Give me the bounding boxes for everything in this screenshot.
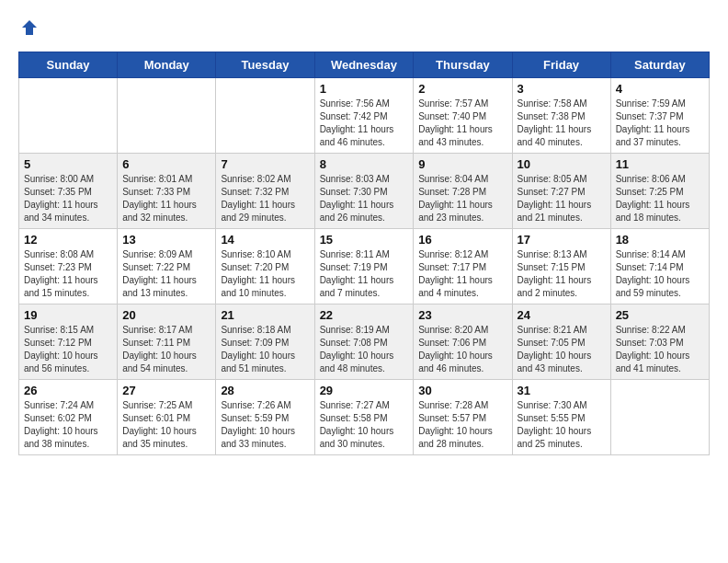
calendar-cell xyxy=(19,78,118,154)
day-info: Sunrise: 8:18 AMSunset: 7:09 PMDaylight:… xyxy=(221,324,309,375)
day-number: 21 xyxy=(221,308,309,322)
calendar-week-row: 26Sunrise: 7:24 AMSunset: 6:02 PMDayligh… xyxy=(19,380,710,455)
calendar-cell xyxy=(216,78,314,154)
day-info: Sunrise: 8:20 AMSunset: 7:06 PMDaylight:… xyxy=(418,324,506,375)
day-info: Sunrise: 8:11 AMSunset: 7:19 PMDaylight:… xyxy=(320,248,409,300)
day-number: 16 xyxy=(418,233,506,247)
day-number: 4 xyxy=(616,82,704,96)
day-info: Sunrise: 8:19 AMSunset: 7:08 PMDaylight:… xyxy=(320,324,409,375)
day-info: Sunrise: 8:22 AMSunset: 7:03 PMDaylight:… xyxy=(616,324,704,375)
day-info: Sunrise: 7:25 AMSunset: 6:01 PMDaylight:… xyxy=(122,399,210,451)
svg-marker-0 xyxy=(22,20,37,35)
day-number: 8 xyxy=(320,157,409,171)
day-info: Sunrise: 7:24 AMSunset: 6:02 PMDaylight:… xyxy=(24,399,112,451)
logo-icon xyxy=(20,18,39,37)
calendar-cell: 14Sunrise: 8:10 AMSunset: 7:20 PMDayligh… xyxy=(216,229,314,304)
calendar-cell: 19Sunrise: 8:15 AMSunset: 7:12 PMDayligh… xyxy=(19,304,118,380)
day-info: Sunrise: 8:15 AMSunset: 7:12 PMDaylight:… xyxy=(24,324,112,375)
day-number: 31 xyxy=(518,384,606,397)
weekday-header-row: SundayMondayTuesdayWednesdayThursdayFrid… xyxy=(19,52,710,78)
day-number: 15 xyxy=(320,233,409,247)
day-info: Sunrise: 8:00 AMSunset: 7:35 PMDaylight:… xyxy=(24,173,112,224)
weekday-header-sunday: Sunday xyxy=(19,52,118,78)
weekday-header-tuesday: Tuesday xyxy=(216,52,314,78)
day-number: 13 xyxy=(122,233,210,247)
day-info: Sunrise: 7:26 AMSunset: 5:59 PMDaylight:… xyxy=(221,399,309,451)
day-info: Sunrise: 8:13 AMSunset: 7:15 PMDaylight:… xyxy=(518,248,606,300)
day-info: Sunrise: 8:05 AMSunset: 7:27 PMDaylight:… xyxy=(518,173,606,224)
calendar-week-row: 19Sunrise: 8:15 AMSunset: 7:12 PMDayligh… xyxy=(19,304,710,380)
day-info: Sunrise: 8:17 AMSunset: 7:11 PMDaylight:… xyxy=(122,324,210,375)
calendar-cell: 6Sunrise: 8:01 AMSunset: 7:33 PMDaylight… xyxy=(118,154,216,229)
day-number: 17 xyxy=(518,233,606,247)
calendar-cell: 26Sunrise: 7:24 AMSunset: 6:02 PMDayligh… xyxy=(19,380,118,455)
day-number: 24 xyxy=(518,308,606,322)
calendar-week-row: 1Sunrise: 7:56 AMSunset: 7:42 PMDaylight… xyxy=(19,78,710,154)
day-number: 22 xyxy=(320,308,409,322)
calendar-cell: 24Sunrise: 8:21 AMSunset: 7:05 PMDayligh… xyxy=(512,304,610,380)
day-info: Sunrise: 7:57 AMSunset: 7:40 PMDaylight:… xyxy=(418,98,506,149)
day-info: Sunrise: 7:30 AMSunset: 5:55 PMDaylight:… xyxy=(518,399,606,451)
day-number: 6 xyxy=(122,157,210,171)
calendar-cell: 16Sunrise: 8:12 AMSunset: 7:17 PMDayligh… xyxy=(414,229,512,304)
calendar-cell: 7Sunrise: 8:02 AMSunset: 7:32 PMDaylight… xyxy=(216,154,314,229)
calendar-cell: 9Sunrise: 8:04 AMSunset: 7:28 PMDaylight… xyxy=(414,154,512,229)
calendar-cell: 5Sunrise: 8:00 AMSunset: 7:35 PMDaylight… xyxy=(19,154,118,229)
day-number: 5 xyxy=(24,157,112,171)
day-info: Sunrise: 7:56 AMSunset: 7:42 PMDaylight:… xyxy=(320,98,409,149)
calendar-cell: 25Sunrise: 8:22 AMSunset: 7:03 PMDayligh… xyxy=(610,304,709,380)
calendar-cell: 29Sunrise: 7:27 AMSunset: 5:58 PMDayligh… xyxy=(314,380,414,455)
day-number: 26 xyxy=(24,384,112,397)
calendar-cell xyxy=(610,380,709,455)
calendar-cell: 4Sunrise: 7:59 AMSunset: 7:37 PMDaylight… xyxy=(610,78,709,154)
day-info: Sunrise: 7:59 AMSunset: 7:37 PMDaylight:… xyxy=(616,98,704,149)
day-info: Sunrise: 8:10 AMSunset: 7:20 PMDaylight:… xyxy=(221,248,309,300)
day-info: Sunrise: 8:09 AMSunset: 7:22 PMDaylight:… xyxy=(122,248,210,300)
calendar-cell: 8Sunrise: 8:03 AMSunset: 7:30 PMDaylight… xyxy=(314,154,414,229)
day-number: 2 xyxy=(418,82,506,96)
calendar-cell: 11Sunrise: 8:06 AMSunset: 7:25 PMDayligh… xyxy=(610,154,709,229)
day-number: 7 xyxy=(221,157,309,171)
day-number: 11 xyxy=(616,157,704,171)
day-number: 3 xyxy=(518,82,606,96)
weekday-header-thursday: Thursday xyxy=(414,52,512,78)
day-number: 23 xyxy=(418,308,506,322)
logo xyxy=(18,18,39,37)
day-info: Sunrise: 8:01 AMSunset: 7:33 PMDaylight:… xyxy=(122,173,210,224)
day-number: 10 xyxy=(518,157,606,171)
calendar-cell: 22Sunrise: 8:19 AMSunset: 7:08 PMDayligh… xyxy=(314,304,414,380)
day-info: Sunrise: 7:27 AMSunset: 5:58 PMDaylight:… xyxy=(320,399,409,451)
day-number: 20 xyxy=(122,308,210,322)
calendar-cell: 15Sunrise: 8:11 AMSunset: 7:19 PMDayligh… xyxy=(314,229,414,304)
calendar-table: SundayMondayTuesdayWednesdayThursdayFrid… xyxy=(18,52,710,455)
calendar-cell: 20Sunrise: 8:17 AMSunset: 7:11 PMDayligh… xyxy=(118,304,216,380)
day-number: 29 xyxy=(320,384,409,397)
day-info: Sunrise: 7:58 AMSunset: 7:38 PMDaylight:… xyxy=(518,98,606,149)
calendar-cell: 13Sunrise: 8:09 AMSunset: 7:22 PMDayligh… xyxy=(118,229,216,304)
day-number: 28 xyxy=(221,384,309,397)
day-info: Sunrise: 8:02 AMSunset: 7:32 PMDaylight:… xyxy=(221,173,309,224)
calendar-cell: 18Sunrise: 8:14 AMSunset: 7:14 PMDayligh… xyxy=(610,229,709,304)
day-info: Sunrise: 8:06 AMSunset: 7:25 PMDaylight:… xyxy=(616,173,704,224)
day-number: 27 xyxy=(122,384,210,397)
calendar-cell: 10Sunrise: 8:05 AMSunset: 7:27 PMDayligh… xyxy=(512,154,610,229)
day-info: Sunrise: 8:08 AMSunset: 7:23 PMDaylight:… xyxy=(24,248,112,300)
day-info: Sunrise: 8:14 AMSunset: 7:14 PMDaylight:… xyxy=(616,248,704,300)
calendar-cell: 31Sunrise: 7:30 AMSunset: 5:55 PMDayligh… xyxy=(512,380,610,455)
day-info: Sunrise: 8:04 AMSunset: 7:28 PMDaylight:… xyxy=(418,173,506,224)
day-info: Sunrise: 8:03 AMSunset: 7:30 PMDaylight:… xyxy=(320,173,409,224)
calendar-cell: 3Sunrise: 7:58 AMSunset: 7:38 PMDaylight… xyxy=(512,78,610,154)
day-number: 30 xyxy=(418,384,506,397)
weekday-header-saturday: Saturday xyxy=(610,52,709,78)
day-info: Sunrise: 8:21 AMSunset: 7:05 PMDaylight:… xyxy=(518,324,606,375)
calendar-cell xyxy=(118,78,216,154)
day-info: Sunrise: 7:28 AMSunset: 5:57 PMDaylight:… xyxy=(418,399,506,451)
calendar-cell: 12Sunrise: 8:08 AMSunset: 7:23 PMDayligh… xyxy=(19,229,118,304)
day-number: 19 xyxy=(24,308,112,322)
day-number: 18 xyxy=(616,233,704,247)
calendar-cell: 1Sunrise: 7:56 AMSunset: 7:42 PMDaylight… xyxy=(314,78,414,154)
calendar-cell: 23Sunrise: 8:20 AMSunset: 7:06 PMDayligh… xyxy=(414,304,512,380)
calendar-cell: 30Sunrise: 7:28 AMSunset: 5:57 PMDayligh… xyxy=(414,380,512,455)
day-info: Sunrise: 8:12 AMSunset: 7:17 PMDaylight:… xyxy=(418,248,506,300)
calendar-cell: 17Sunrise: 8:13 AMSunset: 7:15 PMDayligh… xyxy=(512,229,610,304)
